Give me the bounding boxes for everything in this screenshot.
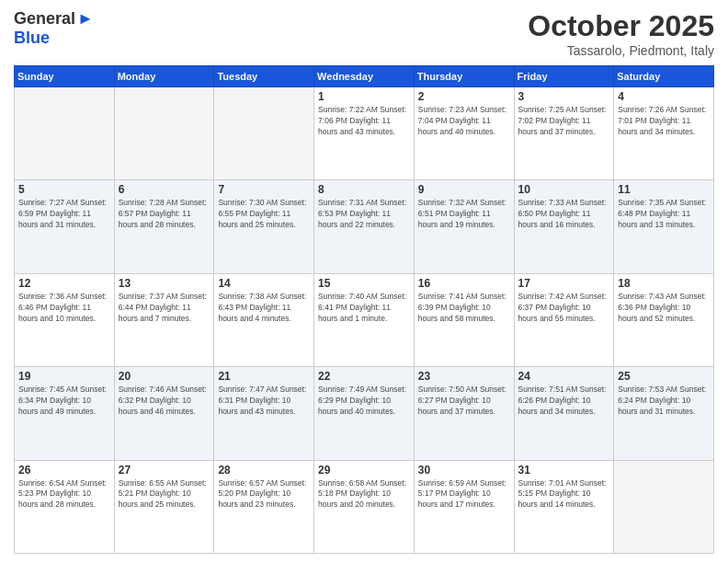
day-info: Sunrise: 7:47 AM Sunset: 6:31 PM Dayligh… [218,385,310,418]
day-number: 15 [318,277,410,290]
col-friday: Friday [514,66,614,87]
day-number: 7 [218,183,310,196]
day-number: 30 [418,464,510,477]
day-number: 20 [119,370,210,383]
location: Tassarolo, Piedmont, Italy [528,43,714,58]
day-number: 24 [518,370,610,383]
day-info: Sunrise: 7:46 AM Sunset: 6:32 PM Dayligh… [119,385,210,418]
day-number: 10 [518,183,610,196]
day-info: Sunrise: 7:50 AM Sunset: 6:27 PM Dayligh… [418,385,510,418]
table-row: 17Sunrise: 7:42 AM Sunset: 6:37 PM Dayli… [514,273,614,366]
table-row: 27Sunrise: 6:55 AM Sunset: 5:21 PM Dayli… [114,460,214,553]
calendar-table: Sunday Monday Tuesday Wednesday Thursday… [14,65,714,554]
day-number: 2 [418,90,510,103]
table-row: 3Sunrise: 7:25 AM Sunset: 7:02 PM Daylig… [514,87,614,180]
title-area: October 2025 Tassarolo, Piedmont, Italy [528,9,714,58]
table-row: 29Sunrise: 6:58 AM Sunset: 5:18 PM Dayli… [314,460,415,553]
day-number: 4 [618,90,710,103]
day-info: Sunrise: 7:28 AM Sunset: 6:57 PM Dayligh… [119,198,210,231]
day-info: Sunrise: 6:55 AM Sunset: 5:21 PM Dayligh… [119,478,210,511]
page: General ► Blue October 2025 Tassarolo, P… [0,0,728,563]
table-row: 10Sunrise: 7:33 AM Sunset: 6:50 PM Dayli… [514,180,614,273]
table-row: 26Sunrise: 6:54 AM Sunset: 5:23 PM Dayli… [15,460,115,553]
day-number: 31 [518,464,610,477]
day-info: Sunrise: 7:32 AM Sunset: 6:51 PM Dayligh… [418,198,510,231]
logo-blue-text: Blue [14,29,50,48]
day-number: 21 [218,370,310,383]
day-info: Sunrise: 7:22 AM Sunset: 7:06 PM Dayligh… [318,105,410,138]
day-number: 13 [119,277,210,290]
table-row: 11Sunrise: 7:35 AM Sunset: 6:48 PM Dayli… [614,180,714,273]
day-info: Sunrise: 6:57 AM Sunset: 5:20 PM Dayligh… [218,478,310,511]
day-number: 25 [618,370,710,383]
day-info: Sunrise: 7:27 AM Sunset: 6:59 PM Dayligh… [18,198,110,231]
day-number: 9 [418,183,510,196]
table-row: 22Sunrise: 7:49 AM Sunset: 6:29 PM Dayli… [314,367,415,460]
table-row [114,87,214,180]
day-info: Sunrise: 7:01 AM Sunset: 5:15 PM Dayligh… [518,478,610,511]
day-info: Sunrise: 7:43 AM Sunset: 6:36 PM Dayligh… [618,292,710,325]
table-row: 12Sunrise: 7:36 AM Sunset: 6:46 PM Dayli… [15,273,115,366]
day-info: Sunrise: 7:42 AM Sunset: 6:37 PM Dayligh… [518,292,610,325]
table-row: 31Sunrise: 7:01 AM Sunset: 5:15 PM Dayli… [514,460,614,553]
day-info: Sunrise: 7:38 AM Sunset: 6:43 PM Dayligh… [218,292,310,325]
table-row: 23Sunrise: 7:50 AM Sunset: 6:27 PM Dayli… [414,367,514,460]
table-row: 25Sunrise: 7:53 AM Sunset: 6:24 PM Dayli… [614,367,714,460]
day-number: 12 [18,277,110,290]
calendar-header-row: Sunday Monday Tuesday Wednesday Thursday… [15,66,714,87]
day-number: 28 [218,464,310,477]
day-number: 19 [18,370,110,383]
day-info: Sunrise: 7:23 AM Sunset: 7:04 PM Dayligh… [418,105,510,138]
table-row: 19Sunrise: 7:45 AM Sunset: 6:34 PM Dayli… [15,367,115,460]
day-number: 3 [518,90,610,103]
month-title: October 2025 [528,9,714,43]
table-row: 9Sunrise: 7:32 AM Sunset: 6:51 PM Daylig… [414,180,514,273]
table-row: 15Sunrise: 7:40 AM Sunset: 6:41 PM Dayli… [314,273,415,366]
day-info: Sunrise: 6:54 AM Sunset: 5:23 PM Dayligh… [18,478,110,511]
calendar-week-row: 1Sunrise: 7:22 AM Sunset: 7:06 PM Daylig… [15,87,714,180]
col-thursday: Thursday [414,66,514,87]
logo-general-text: General [14,9,75,29]
table-row: 6Sunrise: 7:28 AM Sunset: 6:57 PM Daylig… [114,180,214,273]
table-row: 2Sunrise: 7:23 AM Sunset: 7:04 PM Daylig… [414,87,514,180]
calendar-week-row: 26Sunrise: 6:54 AM Sunset: 5:23 PM Dayli… [15,460,714,553]
day-number: 1 [318,90,410,103]
table-row: 18Sunrise: 7:43 AM Sunset: 6:36 PM Dayli… [614,273,714,366]
day-info: Sunrise: 7:31 AM Sunset: 6:53 PM Dayligh… [318,198,410,231]
table-row: 21Sunrise: 7:47 AM Sunset: 6:31 PM Dayli… [214,367,314,460]
day-number: 14 [218,277,310,290]
day-info: Sunrise: 7:26 AM Sunset: 7:01 PM Dayligh… [618,105,710,138]
day-number: 6 [119,183,210,196]
day-info: Sunrise: 7:53 AM Sunset: 6:24 PM Dayligh… [618,385,710,418]
table-row: 13Sunrise: 7:37 AM Sunset: 6:44 PM Dayli… [114,273,214,366]
day-number: 5 [18,183,110,196]
logo: General ► Blue [14,9,94,48]
day-info: Sunrise: 6:58 AM Sunset: 5:18 PM Dayligh… [318,478,410,511]
table-row: 24Sunrise: 7:51 AM Sunset: 6:26 PM Dayli… [514,367,614,460]
table-row: 5Sunrise: 7:27 AM Sunset: 6:59 PM Daylig… [15,180,115,273]
table-row [214,87,314,180]
day-info: Sunrise: 7:37 AM Sunset: 6:44 PM Dayligh… [119,292,210,325]
table-row: 16Sunrise: 7:41 AM Sunset: 6:39 PM Dayli… [414,273,514,366]
logo-arrow-icon: ► [77,9,94,29]
day-info: Sunrise: 7:40 AM Sunset: 6:41 PM Dayligh… [318,292,410,325]
table-row: 14Sunrise: 7:38 AM Sunset: 6:43 PM Dayli… [214,273,314,366]
day-number: 26 [18,464,110,477]
day-number: 29 [318,464,410,477]
col-saturday: Saturday [614,66,714,87]
col-sunday: Sunday [15,66,115,87]
table-row: 1Sunrise: 7:22 AM Sunset: 7:06 PM Daylig… [314,87,415,180]
col-monday: Monday [114,66,214,87]
calendar-week-row: 5Sunrise: 7:27 AM Sunset: 6:59 PM Daylig… [15,180,714,273]
day-info: Sunrise: 7:41 AM Sunset: 6:39 PM Dayligh… [418,292,510,325]
table-row [614,460,714,553]
table-row: 8Sunrise: 7:31 AM Sunset: 6:53 PM Daylig… [314,180,415,273]
calendar-week-row: 19Sunrise: 7:45 AM Sunset: 6:34 PM Dayli… [15,367,714,460]
day-number: 27 [119,464,210,477]
col-wednesday: Wednesday [314,66,415,87]
calendar-week-row: 12Sunrise: 7:36 AM Sunset: 6:46 PM Dayli… [15,273,714,366]
day-info: Sunrise: 7:35 AM Sunset: 6:48 PM Dayligh… [618,198,710,231]
header: General ► Blue October 2025 Tassarolo, P… [14,9,714,58]
table-row: 30Sunrise: 6:59 AM Sunset: 5:17 PM Dayli… [414,460,514,553]
table-row: 4Sunrise: 7:26 AM Sunset: 7:01 PM Daylig… [614,87,714,180]
